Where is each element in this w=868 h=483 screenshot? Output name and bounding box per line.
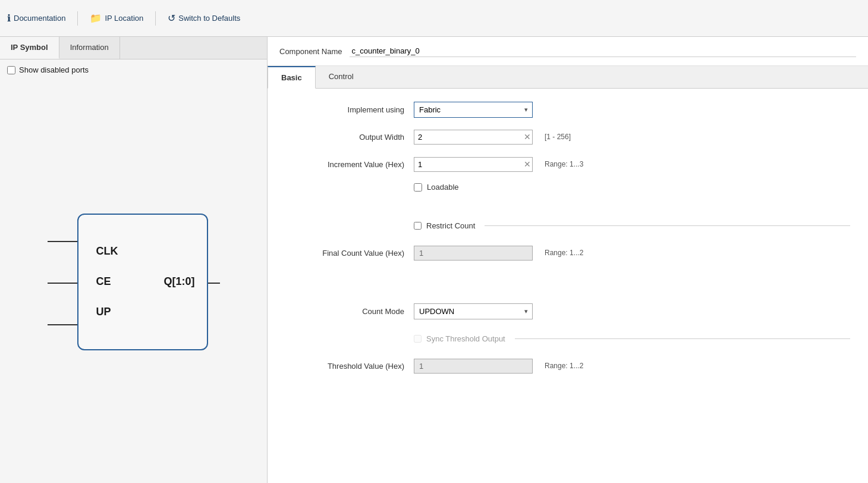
toolbar-divider-2 (155, 11, 156, 26)
sync-threshold-checkbox[interactable] (414, 335, 422, 343)
implement-using-wrapper: Fabric DSP ▾ (414, 102, 533, 118)
component-name-row: Component Name (268, 37, 868, 66)
documentation-label: Documentation (14, 14, 65, 23)
loadable-checkbox[interactable] (414, 183, 422, 192)
tab-basic[interactable]: Basic (268, 66, 316, 89)
threshold-value-label: Threshold Value (Hex) (285, 362, 404, 371)
restrict-count-label[interactable]: Restrict Count (426, 221, 475, 230)
tab-information[interactable]: Information (59, 37, 120, 59)
left-panel: IP Symbol Information Show disabled port… (0, 37, 268, 483)
output-width-clear-btn[interactable]: ✕ (523, 133, 532, 141)
ip-block: CLK CE Q[1:0] UP (48, 214, 220, 350)
up-row: UP (96, 306, 195, 318)
show-disabled-ports-checkbox[interactable] (7, 66, 15, 74)
implement-using-row: Implement using Fabric DSP ▾ (285, 101, 850, 118)
increment-value-input-wrapper: ✕ (414, 157, 533, 172)
clk-wire (48, 241, 77, 242)
count-mode-label: Count Mode (285, 307, 404, 316)
folder-icon: 📁 (90, 12, 102, 24)
restrict-count-row: Restrict Count (285, 217, 850, 234)
switch-defaults-label: Switch to Defaults (178, 14, 240, 23)
output-width-row: Output Width ✕ [1 - 256] (285, 128, 850, 146)
config-tabs: Basic Control (268, 66, 868, 89)
switch-defaults-button[interactable]: ↺ Switch to Defaults (168, 12, 240, 24)
info-icon: ℹ (7, 12, 11, 24)
ip-location-button[interactable]: 📁 IP Location (90, 12, 143, 24)
increment-value-input[interactable] (414, 158, 523, 171)
ce-port-label: CE (96, 275, 111, 288)
output-width-label: Output Width (285, 133, 404, 142)
symbol-area: CLK CE Q[1:0] UP (0, 80, 267, 483)
toolbar: ℹ Documentation 📁 IP Location ↺ Switch t… (0, 0, 868, 37)
sync-threshold-row: Sync Threshold Output (285, 330, 850, 347)
toolbar-divider-1 (77, 11, 78, 26)
output-width-input[interactable] (414, 130, 523, 144)
implement-using-select[interactable]: Fabric DSP (414, 102, 533, 118)
tab-control[interactable]: Control (316, 66, 367, 88)
restrict-count-separator (485, 225, 850, 226)
documentation-button[interactable]: ℹ Documentation (7, 12, 65, 24)
component-name-input[interactable] (350, 45, 857, 57)
left-tabs: IP Symbol Information (0, 37, 267, 59)
ce-q-row: CE Q[1:0] (96, 275, 195, 288)
ce-wire (48, 283, 77, 284)
threshold-value-row: Threshold Value (Hex) Range: 1...2 (285, 357, 850, 375)
main-layout: IP Symbol Information Show disabled port… (0, 37, 868, 483)
refresh-icon: ↺ (168, 12, 175, 24)
show-disabled-ports-label[interactable]: Show disabled ports (19, 65, 89, 74)
restrict-count-checkbox[interactable] (414, 222, 422, 230)
threshold-value-input[interactable] (414, 359, 533, 374)
tab-ip-symbol[interactable]: IP Symbol (0, 37, 59, 59)
sync-threshold-label: Sync Threshold Output (426, 334, 505, 343)
count-mode-wrapper: UPDOWN UP DOWN ▾ (414, 303, 533, 319)
final-count-input[interactable] (414, 246, 533, 261)
right-panel: Component Name Basic Control Implement u… (268, 37, 868, 483)
increment-value-label: Increment Value (Hex) (285, 160, 404, 169)
up-port-label: UP (96, 306, 111, 318)
increment-value-row: Increment Value (Hex) ✕ Range: 1...3 (285, 155, 850, 173)
output-width-input-wrapper: ✕ (414, 130, 533, 145)
final-count-row: Final Count Value (Hex) Range: 1...2 (285, 244, 850, 262)
form-content: Implement using Fabric DSP ▾ Output Widt… (268, 89, 868, 387)
final-count-range: Range: 1...2 (545, 249, 583, 257)
increment-value-clear-btn[interactable]: ✕ (523, 160, 532, 168)
clk-row: CLK (96, 245, 195, 258)
count-mode-select[interactable]: UPDOWN UP DOWN (414, 303, 533, 319)
ip-box: CLK CE Q[1:0] UP (77, 214, 208, 350)
loadable-label[interactable]: Loadable (427, 183, 459, 192)
loadable-row: Loadable (414, 183, 850, 192)
q-wire (207, 283, 220, 284)
increment-value-range: Range: 1...3 (545, 160, 583, 168)
ip-location-label: IP Location (105, 14, 143, 23)
show-disabled-ports-row: Show disabled ports (0, 59, 267, 80)
q-port-label: Q[1:0] (163, 275, 194, 288)
implement-using-label: Implement using (285, 105, 404, 114)
component-name-label: Component Name (279, 47, 342, 56)
threshold-value-range: Range: 1...2 (545, 362, 583, 370)
output-width-range: [1 - 256] (545, 133, 571, 141)
sync-threshold-separator (515, 338, 850, 339)
up-wire (48, 324, 77, 325)
final-count-label: Final Count Value (Hex) (285, 249, 404, 258)
count-mode-row: Count Mode UPDOWN UP DOWN ▾ (285, 302, 850, 320)
clk-port-label: CLK (96, 245, 118, 258)
